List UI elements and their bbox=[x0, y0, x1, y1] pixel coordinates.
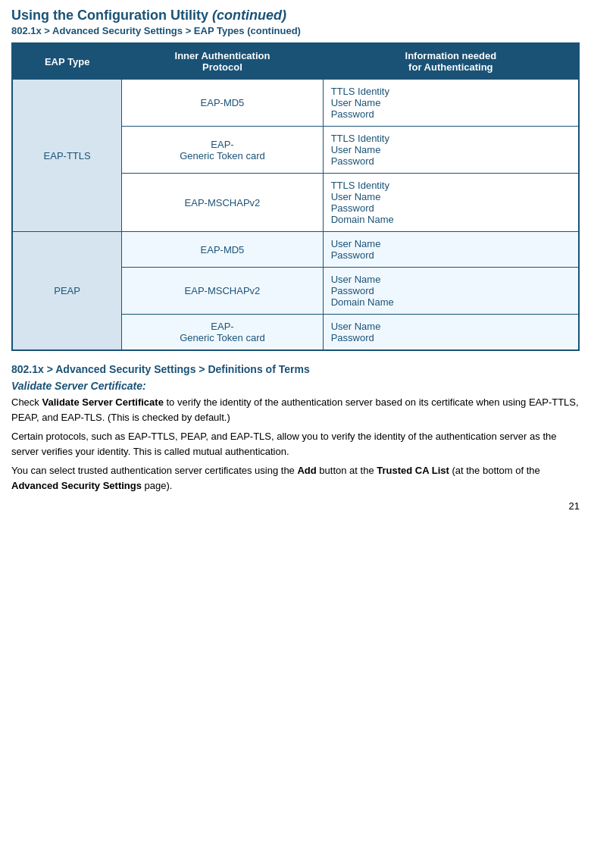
inner-eap-mschapv2-ttls: EAP-MSCHAPv2 bbox=[122, 174, 323, 232]
info-ttls-md5: TTLS IdentityUser NamePassword bbox=[323, 80, 579, 127]
eap-type-peap: PEAP bbox=[12, 232, 122, 351]
validate-cert-para-3: You can select trusted authentication se… bbox=[11, 463, 580, 493]
inner-eap-md5-peap: EAP-MD5 bbox=[122, 232, 323, 268]
info-peap-gtc: User NamePassword bbox=[323, 315, 579, 351]
col-eap-type: EAP Type bbox=[12, 43, 122, 80]
inner-eap-gtc-ttls: EAP-Generic Token card bbox=[122, 127, 323, 174]
table-row: EAP-TTLS EAP-MD5 TTLS IdentityUser NameP… bbox=[12, 80, 579, 127]
validate-cert-subheading: Validate Server Certificate: bbox=[11, 380, 580, 392]
eap-table: EAP Type Inner AuthenticationProtocol In… bbox=[11, 42, 580, 351]
table-row: PEAP EAP-MD5 User NamePassword bbox=[12, 232, 579, 268]
inner-eap-mschapv2-peap: EAP-MSCHAPv2 bbox=[122, 268, 323, 315]
page-title: Using the Configuration Utility (continu… bbox=[11, 8, 580, 24]
validate-cert-para-2: Certain protocols, such as EAP-TTLS, PEA… bbox=[11, 429, 580, 459]
inner-eap-md5-ttls: EAP-MD5 bbox=[122, 80, 323, 127]
info-peap-mschapv2: User NamePasswordDomain Name bbox=[323, 268, 579, 315]
definitions-heading: 802.1x > Advanced Security Settings > De… bbox=[11, 363, 580, 375]
eap-type-ttls: EAP-TTLS bbox=[12, 80, 122, 232]
page-subtitle: 802.1x > Advanced Security Settings > EA… bbox=[11, 25, 580, 36]
page-number: 21 bbox=[11, 500, 580, 512]
info-ttls-mschapv2: TTLS IdentityUser NamePasswordDomain Nam… bbox=[323, 174, 579, 232]
col-info-needed: Information neededfor Authenticating bbox=[323, 43, 579, 80]
inner-eap-gtc-peap: EAP-Generic Token card bbox=[122, 315, 323, 351]
validate-cert-para-1: Check Validate Server Certificate to ver… bbox=[11, 395, 580, 425]
col-inner-auth: Inner AuthenticationProtocol bbox=[122, 43, 323, 80]
info-ttls-gtc: TTLS IdentityUser NamePassword bbox=[323, 127, 579, 174]
info-peap-md5: User NamePassword bbox=[323, 232, 579, 268]
